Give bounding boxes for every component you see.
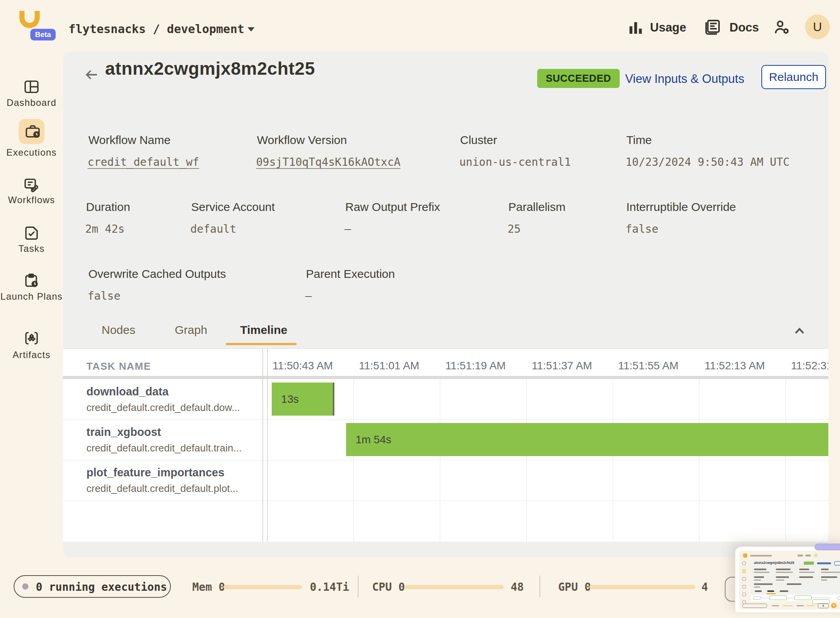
gantt-grid: 13s1m 54s xyxy=(269,379,828,542)
sidebar-label: Tasks xyxy=(0,243,63,254)
pip-top-pill xyxy=(815,544,840,550)
tasks-icon xyxy=(23,224,40,242)
breadcrumb-caret-icon[interactable] xyxy=(248,27,255,32)
meta-value: 10/23/2024 9:50:43 AM UTC xyxy=(626,156,789,169)
meta-label: Service Account xyxy=(191,200,275,214)
mem-meter-track xyxy=(223,585,302,589)
time-tick: 11:52:31 AM xyxy=(791,360,828,372)
bar-duration-label: 13s xyxy=(281,393,299,406)
column-splitter-handle[interactable] xyxy=(262,349,263,542)
pip-preview-window[interactable]: atnnx2cwgmjx8m2cht25 xyxy=(735,546,840,613)
view-inputs-outputs-link[interactable]: View Inputs & Outputs xyxy=(625,72,744,86)
meta-label: Time xyxy=(626,133,652,147)
launch-plans-icon xyxy=(23,272,40,290)
grid-line xyxy=(440,379,440,542)
task-name: train_xgboost xyxy=(86,426,161,439)
task-row-download-data[interactable]: download_data credit_default.credit_defa… xyxy=(63,379,258,420)
tab-nodes[interactable]: Nodes xyxy=(102,323,135,337)
time-tick: 11:51:19 AM xyxy=(445,360,506,372)
status-badge: SUCCEEDED xyxy=(537,69,620,88)
tab-graph[interactable]: Graph xyxy=(175,323,207,337)
pip-sidebar-item xyxy=(742,569,746,573)
workflows-icon xyxy=(23,176,40,194)
pip-sidebar-item xyxy=(742,593,746,596)
relaunch-button[interactable]: Relaunch xyxy=(761,65,826,89)
union-logo[interactable] xyxy=(19,11,40,28)
grid-line xyxy=(353,379,354,542)
meta-value: – xyxy=(344,223,351,235)
pip-node xyxy=(770,595,787,600)
grid-line xyxy=(699,379,699,542)
meta-label: Cluster xyxy=(460,133,497,147)
sidebar-label: Dashboard xyxy=(0,97,63,108)
meta-value: union-us-central1 xyxy=(459,156,571,169)
pip-logo xyxy=(743,553,747,558)
meta-label: Overwrite Cached Outputs xyxy=(88,267,226,281)
mem-meter-label: Mem 0 xyxy=(192,581,225,593)
task-row-train-xgboost[interactable]: train_xgboost credit_default.credit_defa… xyxy=(63,420,258,460)
pip-panel: atnnx2cwgmjx8m2cht25 xyxy=(751,560,840,601)
meta-label: Raw Output Prefix xyxy=(345,200,440,214)
pip-view-io xyxy=(817,562,831,564)
meta-value: 2m 42s xyxy=(85,223,125,235)
task-path: credit_default.credit_default.plot... xyxy=(86,483,238,495)
pip-sidebar-item xyxy=(742,577,746,581)
time-tick: 11:51:01 AM xyxy=(359,360,419,372)
time-tick: 11:50:43 AM xyxy=(272,360,333,372)
artifacts-icon xyxy=(23,329,40,347)
meta-value: – xyxy=(305,290,312,302)
workflow-version-link[interactable]: 09sjT10qTq4sK16kAOtxcA xyxy=(256,156,401,169)
sidebar-label: Workflows xyxy=(0,195,63,205)
pip-running-pill xyxy=(742,604,767,608)
meta-label: Workflow Name xyxy=(88,133,170,147)
task-row-plot-feature-importances[interactable]: plot_feature_importances credit_default.… xyxy=(63,460,258,500)
docs-button[interactable]: Docs xyxy=(729,21,759,35)
pip-breadcrumb xyxy=(750,555,772,557)
executions-icon xyxy=(24,123,42,140)
gpu-meter-track xyxy=(589,585,695,589)
bar-duration-label: 1m 54s xyxy=(355,434,391,446)
meta-value: default xyxy=(190,223,236,235)
task-path: credit_default.credit_default.dow... xyxy=(86,402,240,414)
cpu-meter-track xyxy=(405,585,504,589)
gantt-bar-download_data[interactable]: 13s xyxy=(272,383,334,416)
time-tick: 11:51:55 AM xyxy=(618,360,678,372)
sidebar-label: Launch Plans xyxy=(0,291,63,302)
docs-icon[interactable] xyxy=(703,18,721,36)
breadcrumb[interactable]: flytesnacks / development xyxy=(69,22,244,36)
gpu-meter-label: GPU 0 xyxy=(558,581,591,593)
pip-price-pill: $ xyxy=(818,603,829,608)
column-splitter-handle[interactable] xyxy=(267,349,268,542)
tab-timeline[interactable]: Timeline xyxy=(240,323,287,337)
back-arrow-icon[interactable] xyxy=(83,67,100,83)
beta-badge: Beta xyxy=(30,29,56,40)
pip-tab-underline xyxy=(766,593,776,594)
time-tick: 11:51:37 AM xyxy=(532,360,592,372)
pip-relaunch xyxy=(834,561,840,565)
collapse-chevron-icon[interactable] xyxy=(792,323,807,339)
pip-avatar xyxy=(814,553,818,557)
grid-line xyxy=(526,379,527,542)
meter-divider xyxy=(539,576,540,597)
workflow-name-link[interactable]: credit_default_wf xyxy=(88,156,199,169)
pip-usage xyxy=(798,555,803,557)
sidebar-label: Executions xyxy=(0,147,63,158)
grid-line xyxy=(613,379,613,542)
usage-button[interactable]: Usage xyxy=(650,21,686,35)
gantt-chart: 11:50:43 AM11:51:01 AM11:51:19 AM11:51:3… xyxy=(269,349,828,542)
meter-divider xyxy=(358,576,358,597)
meta-value: false xyxy=(88,290,120,302)
grid-line xyxy=(786,379,786,542)
pip-title: atnnx2cwgmjx8m2cht25 xyxy=(754,561,794,565)
pip-node xyxy=(794,595,812,600)
pip-help-button: ? xyxy=(831,603,836,608)
gantt-bar-train_xgboost[interactable]: 1m 54s xyxy=(346,423,828,456)
meta-label: Interruptible Override xyxy=(626,200,736,214)
avatar[interactable]: U xyxy=(805,14,830,39)
usage-chart-icon[interactable] xyxy=(627,19,644,36)
cpu-meter-label: CPU 0 xyxy=(372,581,405,593)
pip-node-end xyxy=(837,596,840,600)
running-executions-text: 0 running executions xyxy=(36,581,167,593)
running-status-dot xyxy=(22,583,28,590)
user-settings-icon[interactable] xyxy=(773,19,791,37)
